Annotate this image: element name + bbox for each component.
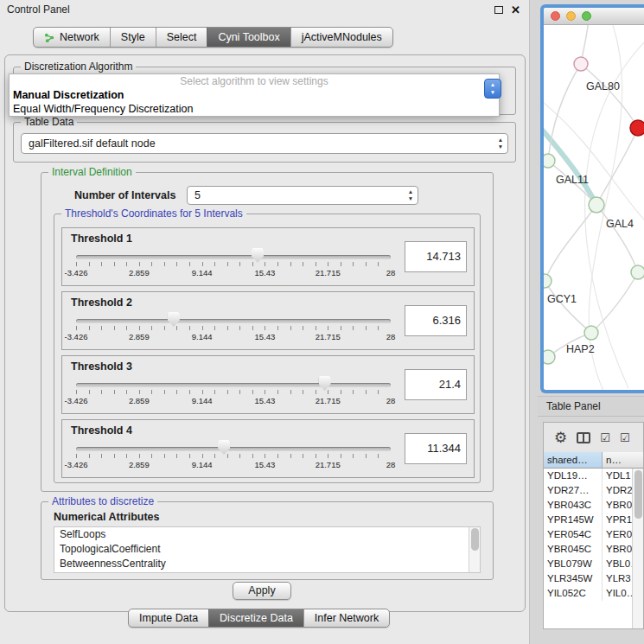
table-body: YDL19… YDL1… YDR27… YDR2… YBR043C YBR0… … xyxy=(544,469,643,629)
popup-option-equal-width-frequency[interactable]: Equal Width/Frequency Discretization xyxy=(10,102,499,116)
table-row[interactable]: YBL079W YBL0… xyxy=(544,557,643,571)
cell[interactable]: YER054C xyxy=(544,527,603,542)
threshold-2-slider[interactable]: -3.426 2.859 9.144 15.43 21.715 28 xyxy=(76,311,391,348)
threshold-4-slider[interactable]: -3.426 2.859 9.144 15.43 21.715 28 xyxy=(76,439,391,475)
tick-label: -3.426 xyxy=(65,460,88,469)
list-item[interactable]: SelfLoops xyxy=(54,527,480,542)
tab-discretize-data[interactable]: Discretize Data xyxy=(208,609,303,627)
node-label: GAL4 xyxy=(606,218,634,230)
tab-infer-network[interactable]: Infer Network xyxy=(303,609,389,627)
tab-label: Style xyxy=(121,28,145,48)
table-header-row: shared… n… xyxy=(544,452,643,469)
combobox-stepper-icon[interactable]: ▲▼ xyxy=(494,134,507,153)
tab-jactivemnodules[interactable]: jActiveMNodules xyxy=(290,28,392,47)
column-selector-icon[interactable] xyxy=(577,432,590,443)
node[interactable] xyxy=(574,57,588,71)
tab-cyni-toolbox[interactable]: Cyni Toolbox xyxy=(207,28,290,47)
network-window-titlebar[interactable] xyxy=(544,8,644,25)
slider-track[interactable] xyxy=(76,383,391,387)
threshold-value-field[interactable]: 14.713 xyxy=(405,241,467,272)
zoom-traffic-light-icon[interactable] xyxy=(582,11,591,21)
gear-icon[interactable] xyxy=(554,429,567,447)
table-scrollbar[interactable] xyxy=(632,469,643,629)
tick-label: 15.43 xyxy=(255,396,276,405)
list-item[interactable]: BetweennessCentrality xyxy=(54,557,480,571)
select-checkbox-icon[interactable] xyxy=(620,431,630,444)
column-header-name[interactable]: n… xyxy=(603,452,643,468)
close-traffic-light-icon[interactable] xyxy=(551,11,560,21)
table-row[interactable]: YDL19… YDL1… xyxy=(544,469,643,483)
network-canvas[interactable]: GAL80 GAL11 GAL4 GCY1 HAP2 xyxy=(544,25,644,392)
tab-impute-data[interactable]: Impute Data xyxy=(129,609,208,627)
table-row[interactable]: YIL052C YIL0… xyxy=(544,586,643,601)
slider-track[interactable] xyxy=(76,447,391,451)
cell[interactable]: YDL19… xyxy=(544,469,603,483)
slider-handle[interactable] xyxy=(252,248,264,263)
node-hap2[interactable] xyxy=(584,326,598,340)
threshold-label: Threshold 3 xyxy=(71,360,132,373)
slider-track[interactable] xyxy=(76,255,391,259)
tick-label: -3.426 xyxy=(65,268,88,277)
threshold-3-slider[interactable]: -3.426 2.859 9.144 15.43 21.715 28 xyxy=(76,375,391,411)
tick-label: 2.859 xyxy=(129,460,150,469)
attributes-group: Attributes to discretize Numerical Attri… xyxy=(41,501,494,580)
column-header-shared-name[interactable]: shared… xyxy=(544,452,603,468)
node-gcy1[interactable] xyxy=(544,274,552,288)
select-all-icon[interactable] xyxy=(600,431,610,444)
table-row[interactable]: YPR145W YPR1… xyxy=(544,513,643,527)
node[interactable] xyxy=(631,265,644,279)
node[interactable] xyxy=(544,350,555,364)
tab-label: Impute Data xyxy=(139,609,198,628)
threshold-value-field[interactable]: 11.344 xyxy=(405,433,467,464)
node-selected[interactable] xyxy=(630,120,644,136)
table-data-combobox[interactable]: galFiltered.sif default node ▲▼ xyxy=(21,133,508,154)
slider-tick-labels: -3.426 2.859 9.144 15.43 21.715 28 xyxy=(76,332,391,342)
cell[interactable]: YBR043C xyxy=(544,498,603,513)
table-row[interactable]: YBR043C YBR0… xyxy=(544,498,643,513)
threshold-value-field[interactable]: 6.316 xyxy=(405,305,467,336)
slider-handle[interactable] xyxy=(218,440,230,455)
combobox-stepper-icon[interactable]: ▲▼ xyxy=(404,187,418,204)
slider-handle[interactable] xyxy=(319,376,331,391)
number-of-intervals-label: Number of Intervals xyxy=(74,189,175,201)
algorithm-combobox-stepper-icon[interactable]: ▲▼ xyxy=(484,79,501,99)
cell[interactable]: YIL052C xyxy=(544,586,603,601)
table-panel-title: Table Panel xyxy=(546,400,601,412)
list-scrollbar[interactable] xyxy=(469,527,480,572)
table-row[interactable]: YLR345W YLR3… xyxy=(544,571,643,586)
threshold-4-panel: Threshold 4 -3.426 2.859 9.144 15.43 21.… xyxy=(61,419,475,478)
slider-ticks xyxy=(76,390,391,394)
cell[interactable]: YDR27… xyxy=(544,483,603,498)
tab-label: Network xyxy=(60,28,99,48)
tab-style[interactable]: Style xyxy=(110,28,156,47)
node-gal11[interactable] xyxy=(544,154,555,168)
slider-handle[interactable] xyxy=(168,312,180,327)
scrollbar-thumb[interactable] xyxy=(634,470,642,519)
popup-option-manual-discretization[interactable]: Manual Discretization xyxy=(10,88,499,102)
minimize-traffic-light-icon[interactable] xyxy=(566,11,576,21)
threshold-value-field[interactable]: 21.4 xyxy=(405,369,467,400)
node-gal4[interactable] xyxy=(589,197,604,213)
apply-button[interactable]: Apply xyxy=(233,582,291,600)
numerical-attributes-list[interactable]: SelfLoops TopologicalCoefficient Between… xyxy=(54,526,481,573)
tick-label: 9.144 xyxy=(192,396,213,405)
list-item[interactable]: TopologicalCoefficient xyxy=(54,542,480,557)
tick-label: 9.144 xyxy=(192,268,213,277)
cell[interactable]: YLR345W xyxy=(544,571,603,586)
scrollbar-thumb[interactable] xyxy=(471,528,479,551)
cell[interactable]: YBR045C xyxy=(544,542,603,557)
minimize-icon[interactable] xyxy=(494,6,503,14)
number-of-intervals-combobox[interactable]: 5 ▲▼ xyxy=(187,186,418,205)
table-panel-header: Table Panel xyxy=(538,396,644,417)
table-row[interactable]: YER054C YER0… xyxy=(544,527,643,542)
slider-track[interactable] xyxy=(76,319,391,323)
table-row[interactable]: YBR045C YBR0… xyxy=(544,542,643,557)
table-row[interactable]: YDR27… YDR2… xyxy=(544,483,643,498)
threshold-1-slider[interactable]: -3.426 2.859 9.144 15.43 21.715 28 xyxy=(76,247,391,284)
cell[interactable]: YBL079W xyxy=(544,557,603,571)
close-icon[interactable] xyxy=(511,3,520,16)
tab-network[interactable]: Network xyxy=(34,28,110,47)
tab-select[interactable]: Select xyxy=(156,28,207,47)
tab-label: Cyni Toolbox xyxy=(218,28,279,48)
cell[interactable]: YPR145W xyxy=(544,513,603,527)
